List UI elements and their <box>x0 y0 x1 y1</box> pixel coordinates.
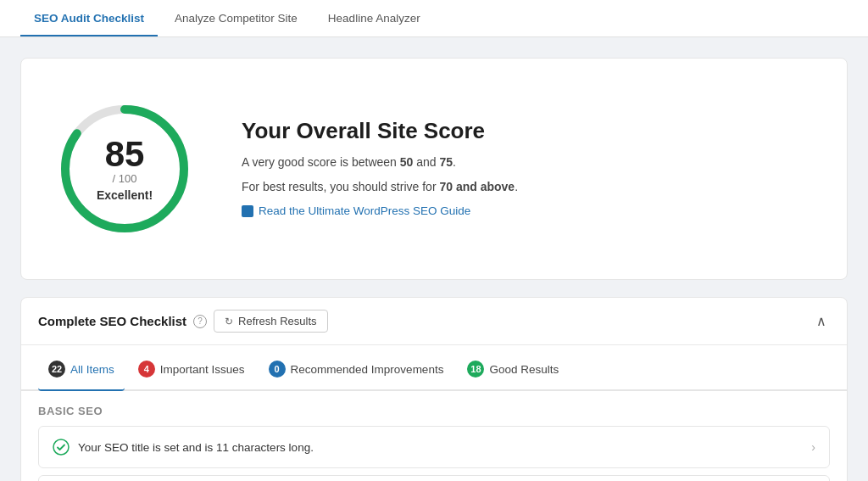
score-desc2: For best results, you should strive for … <box>242 177 518 196</box>
tab-seo-audit[interactable]: SEO Audit Checklist <box>20 2 158 36</box>
score-desc1-bold2: 75 <box>440 155 453 169</box>
checklist-panel: Complete SEO Checklist ? ↻ Refresh Resul… <box>20 297 848 481</box>
score-info: Your Overall Site Score A very good scor… <box>242 118 518 219</box>
filter-tab-recommended-label: Recommended Improvements <box>291 363 444 376</box>
filter-tab-important-label: Important Issues <box>160 363 245 376</box>
score-desc2-bold: 70 and above <box>439 180 515 193</box>
refresh-label: Refresh Results <box>238 315 316 327</box>
filter-tabs: 22 All Items 4 Important Issues 0 Recomm… <box>21 345 847 391</box>
tab-headline-analyzer[interactable]: Headline Analyzer <box>314 2 434 36</box>
score-title: Your Overall Site Score <box>242 118 518 144</box>
checklist-title-area: Complete SEO Checklist ? ↻ Refresh Resul… <box>38 310 328 333</box>
gauge-text: 85 / 100 Excellent! <box>97 137 153 202</box>
badge-good: 18 <box>467 361 484 378</box>
help-icon[interactable]: ? <box>193 315 207 328</box>
badge-all: 22 <box>48 361 65 378</box>
filter-tab-recommended[interactable]: 0 Recommended Improvements <box>259 355 454 391</box>
tab-analyze-competitor[interactable]: Analyze Competitor Site <box>161 2 311 36</box>
score-card: 85 / 100 Excellent! Your Overall Site Sc… <box>20 58 848 280</box>
seo-item-title-text: Your SEO title is set and is 11 characte… <box>78 441 314 454</box>
main-content: 85 / 100 Excellent! Your Overall Site Sc… <box>0 37 868 481</box>
gauge-container: 85 / 100 Excellent! <box>48 92 201 245</box>
seo-item-left-title: Your SEO title is set and is 11 characte… <box>53 439 314 456</box>
seo-section-title: Basic SEO <box>38 405 830 417</box>
success-icon <box>53 439 70 456</box>
header-right: ∧ <box>813 310 830 333</box>
checklist-header: Complete SEO Checklist ? ↻ Refresh Resul… <box>21 298 847 345</box>
svg-point-2 <box>53 439 69 455</box>
app-container: SEO Audit Checklist Analyze Competitor S… <box>0 0 868 481</box>
filter-tab-good-label: Good Results <box>489 363 559 376</box>
filter-tab-all[interactable]: 22 All Items <box>38 355 125 391</box>
seo-section: Basic SEO Your SEO title is set and is 1… <box>21 391 847 481</box>
filter-tab-important[interactable]: 4 Important Issues <box>128 355 255 391</box>
tabs-bar: SEO Audit Checklist Analyze Competitor S… <box>0 0 868 37</box>
score-desc1-bold1: 50 <box>400 155 414 169</box>
badge-important: 4 <box>138 361 155 378</box>
gauge-score: 85 <box>97 137 153 172</box>
seo-item-meta[interactable]: No meta description was found for your p… <box>38 475 830 481</box>
seo-item-title[interactable]: Your SEO title is set and is 11 characte… <box>38 426 830 468</box>
score-link-text: Read the Ultimate WordPress SEO Guide <box>259 204 470 217</box>
refresh-button[interactable]: ↻ Refresh Results <box>214 310 327 333</box>
refresh-icon: ↻ <box>225 316 233 327</box>
checklist-title: Complete SEO Checklist <box>38 314 186 328</box>
badge-recommended: 0 <box>269 361 286 378</box>
score-desc1: A very good score is between 50 and 75. <box>242 153 518 171</box>
filter-tab-good[interactable]: 18 Good Results <box>457 355 569 391</box>
collapse-button[interactable]: ∧ <box>813 310 830 333</box>
gauge-label: Excellent! <box>97 188 153 202</box>
gauge-total: / 100 <box>97 172 153 185</box>
filter-tab-all-label: All Items <box>70 363 114 376</box>
score-link[interactable]: Read the Ultimate WordPress SEO Guide <box>242 204 470 217</box>
chevron-right-icon-1: › <box>811 440 815 454</box>
link-icon <box>242 205 253 217</box>
